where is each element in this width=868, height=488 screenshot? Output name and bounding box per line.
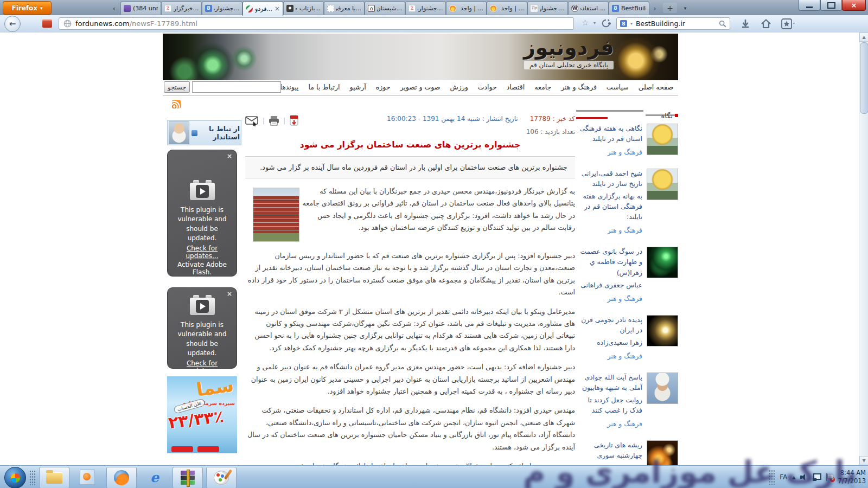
news-thumbnail[interactable] bbox=[647, 373, 678, 404]
search-engine-icon[interactable] bbox=[620, 20, 627, 27]
browser-tab[interactable]: ...جشنواره بر bbox=[202, 1, 242, 15]
check-updates-link[interactable]: Check for updates... bbox=[171, 245, 233, 260]
bookmarks-menu-icon[interactable] bbox=[781, 18, 795, 29]
menu-item-media[interactable]: صوت و تصویر bbox=[395, 83, 445, 91]
pdf-icon[interactable] bbox=[289, 115, 299, 127]
browser-tab[interactable]: ...شبستان bbox=[365, 1, 405, 15]
site-search-button[interactable]: جستجو bbox=[164, 81, 190, 93]
download-icon[interactable] bbox=[740, 18, 751, 29]
tab-scroll-right-icon[interactable] bbox=[650, 3, 659, 13]
menu-item-sports[interactable]: ورزش bbox=[445, 83, 473, 91]
sidebar-news-item[interactable]: پاسخ آیت الله جوادی آملی به شبهه وهابیون… bbox=[576, 373, 678, 429]
news-title[interactable]: نگاهی به هفته فرهنگی استان قم در تایلند bbox=[580, 125, 642, 143]
news-title[interactable]: شیخ احمد قمی،ایرانی تاریخ ساز در تایلند bbox=[582, 170, 642, 188]
tab-close-icon[interactable] bbox=[275, 5, 280, 12]
tab-scroll-left-icon[interactable] bbox=[110, 3, 118, 13]
window-close-button[interactable] bbox=[842, 0, 866, 11]
new-tab-button[interactable] bbox=[663, 3, 677, 13]
news-title[interactable]: پدیده نادر نجومی قرن در ایران bbox=[581, 316, 642, 334]
news-category-link[interactable]: فرهنگ و هنر bbox=[576, 419, 642, 429]
taskbar-paint-button[interactable] bbox=[206, 467, 237, 488]
news-thumbnail[interactable] bbox=[647, 440, 678, 465]
news-category-link[interactable]: فرهنگ و هنر bbox=[576, 226, 642, 236]
volume-icon[interactable] bbox=[800, 473, 808, 481]
scroll-down-icon[interactable] bbox=[859, 456, 868, 465]
site-search-input[interactable] bbox=[192, 81, 281, 93]
menu-item-politics[interactable]: سیاست bbox=[602, 83, 634, 91]
plugin-warning-box[interactable]: This plugin is vulnerable and should be … bbox=[167, 150, 237, 277]
news-thumbnail[interactable] bbox=[647, 169, 678, 200]
sidebar-news-item[interactable]: پدیده نادر نجومی قرن در ایران زهرا سعیدی… bbox=[576, 315, 678, 362]
browser-tab[interactable]: ...خبرگزاری م bbox=[161, 1, 202, 15]
taskbar-winrar-button[interactable] bbox=[173, 467, 203, 488]
taskbar-ie-button[interactable]: e bbox=[140, 467, 169, 487]
print-icon[interactable] bbox=[268, 115, 280, 126]
blocked-plugin-icon[interactable] bbox=[42, 20, 52, 28]
news-title[interactable]: پاسخ آیت الله جوادی آملی به شبهه وهابیون bbox=[582, 374, 642, 391]
start-button[interactable] bbox=[4, 467, 26, 488]
hidden-icons-arrow[interactable] bbox=[792, 475, 795, 480]
browser-tab[interactable]: ... | واحد خبر bbox=[487, 1, 527, 15]
browser-tab[interactable]: BestBuildin... bbox=[609, 1, 649, 15]
sidebar-news-item[interactable]: شیخ احمد قمی،ایرانی تاریخ ساز در تایلند … bbox=[576, 169, 678, 236]
browser-tab[interactable]: ... استفاده از bbox=[568, 1, 609, 15]
firefox-app-button[interactable]: Firefox bbox=[3, 1, 52, 15]
close-icon[interactable] bbox=[227, 290, 232, 298]
browser-tab[interactable]: ...بازتاب جشن bbox=[283, 1, 324, 15]
window-minimize-button[interactable] bbox=[799, 0, 820, 11]
plugin-warning-box[interactable]: This plugin is vulnerable and should be … bbox=[167, 287, 237, 369]
sidebar-news-item[interactable]: در سوگ بانوی عصمت و طهارت فاطمه ي زهرا(س… bbox=[576, 247, 678, 304]
home-icon[interactable] bbox=[761, 18, 771, 29]
email-icon[interactable] bbox=[245, 115, 259, 126]
news-thumbnail[interactable] bbox=[647, 247, 678, 278]
browser-tab[interactable]: ... جشنواره 10 bbox=[527, 1, 568, 15]
menu-item-economy[interactable]: اقتصاد bbox=[502, 83, 529, 91]
news-title[interactable]: در سوگ بانوی عصمت و طهارت فاطمه ي زهرا(س… bbox=[580, 248, 642, 276]
scrollbar[interactable] bbox=[859, 33, 868, 465]
taskbar-explorer-button[interactable] bbox=[39, 467, 69, 488]
news-thumbnail[interactable] bbox=[647, 315, 678, 346]
search-input[interactable]: BestBuilding.ir bbox=[636, 20, 716, 28]
url-bar[interactable]: fordunews.com/newsF-17789.html bbox=[59, 17, 574, 30]
browser-tab[interactable]: ...جشنواره ب - bbox=[405, 1, 446, 15]
check-updates-link[interactable]: Check for updates... bbox=[171, 359, 233, 375]
taskbar-media-player-button[interactable] bbox=[73, 467, 102, 487]
taskbar-clock[interactable]: 8:44 AM 7/7/2013 bbox=[838, 469, 866, 485]
bookmark-star-icon[interactable] bbox=[582, 18, 589, 28]
scrollbar-thumb[interactable] bbox=[860, 42, 868, 114]
rss-icon[interactable] bbox=[172, 100, 181, 108]
url-dropdown-icon[interactable] bbox=[593, 21, 596, 25]
site-logo[interactable]: فردونیوز پایگاه خبری تحلیلی استان قم bbox=[524, 37, 614, 69]
close-icon[interactable] bbox=[227, 152, 232, 160]
list-all-tabs-icon[interactable] bbox=[680, 4, 690, 12]
scroll-up-icon[interactable] bbox=[859, 33, 868, 42]
news-title[interactable]: ریشه های تاریخی چهارشنبه سوری bbox=[594, 441, 642, 459]
magnifier-icon[interactable] bbox=[719, 20, 726, 28]
news-thumbnail[interactable] bbox=[647, 124, 678, 155]
search-engine-dropdown-icon[interactable] bbox=[630, 21, 633, 26]
menu-item-society[interactable]: جامعه bbox=[529, 83, 556, 91]
menu-item-archive[interactable]: آرشیو bbox=[344, 83, 371, 91]
menu-item-contact[interactable]: ارتباط با ما bbox=[304, 83, 345, 91]
activate-flash-text[interactable]: Activate Adobe Flash. bbox=[171, 261, 233, 276]
bank-ad-banner[interactable]: سما سپرده سرمایه گذاری علی الحساب ۲۳/۳۳٪ bbox=[167, 376, 237, 453]
menu-item-incidents[interactable]: حوادث bbox=[473, 83, 502, 91]
menu-item-hawza[interactable]: حوزه bbox=[371, 83, 395, 91]
news-category-link[interactable]: فرهنگ و هنر bbox=[576, 294, 642, 304]
search-bar[interactable]: BestBuilding.ir bbox=[616, 17, 730, 30]
network-icon[interactable] bbox=[813, 473, 821, 481]
language-indicator[interactable]: FA bbox=[780, 473, 787, 481]
sidebar-news-item[interactable]: نگاهی به هفته فرهنگی استان قم در تایلند … bbox=[576, 124, 678, 158]
contact-governor-banner[interactable]: ار تباط با استاندار bbox=[167, 120, 241, 145]
taskbar-firefox-button[interactable] bbox=[106, 467, 137, 488]
news-category-link[interactable]: فرهنگ و هنر bbox=[576, 147, 642, 158]
menu-item-home[interactable]: صفحه اصلی bbox=[634, 83, 678, 91]
news-category-link[interactable]: فرهنگ و هنر bbox=[576, 351, 642, 362]
window-maximize-button[interactable] bbox=[820, 0, 842, 11]
menu-item-culture[interactable]: فرهنگ و هنر bbox=[556, 83, 602, 91]
back-button[interactable] bbox=[4, 16, 21, 32]
browser-tab-active[interactable]: ...فردو نی bbox=[242, 1, 283, 16]
browser-tab[interactable]: ... | واحد خبر bbox=[446, 1, 487, 15]
browser-tab[interactable]: ...با معرفی ب bbox=[324, 1, 365, 15]
sidebar-news-item[interactable]: ریشه های تاریخی چهارشنبه سوری دکتر محمد … bbox=[576, 440, 678, 465]
